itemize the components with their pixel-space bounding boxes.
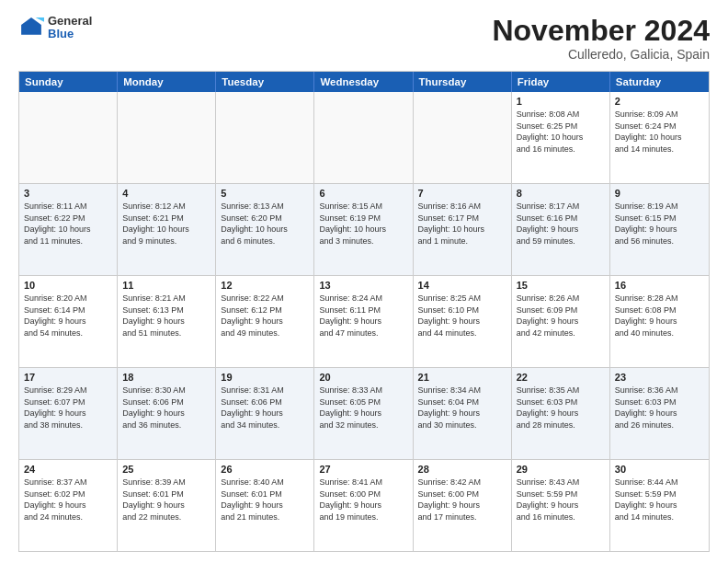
logo-general: General (48, 15, 92, 28)
day-cell-5: 5Sunrise: 8:13 AM Sunset: 6:20 PM Daylig… (216, 184, 314, 275)
day-number: 16 (615, 280, 704, 291)
day-info: Sunrise: 8:13 AM Sunset: 6:20 PM Dayligh… (221, 201, 309, 247)
header: General Blue November 2024 Culleredo, Ga… (18, 15, 710, 62)
logo-blue: Blue (48, 28, 92, 40)
day-cell-27: 27Sunrise: 8:41 AM Sunset: 6:00 PM Dayli… (314, 460, 413, 551)
day-cell-17: 17Sunrise: 8:29 AM Sunset: 6:07 PM Dayli… (19, 368, 118, 459)
day-number: 23 (615, 372, 704, 383)
logo-text: General Blue (48, 15, 92, 41)
day-info: Sunrise: 8:35 AM Sunset: 6:03 PM Dayligh… (517, 385, 605, 431)
day-info: Sunrise: 8:08 AM Sunset: 6:25 PM Dayligh… (517, 109, 605, 155)
calendar-row-3: 17Sunrise: 8:29 AM Sunset: 6:07 PM Dayli… (19, 367, 709, 459)
svg-marker-1 (36, 17, 44, 22)
day-cell-12: 12Sunrise: 8:22 AM Sunset: 6:12 PM Dayli… (216, 276, 314, 367)
day-cell-7: 7Sunrise: 8:16 AM Sunset: 6:17 PM Daylig… (414, 184, 512, 275)
day-cell-10: 10Sunrise: 8:20 AM Sunset: 6:14 PM Dayli… (19, 276, 118, 367)
logo-icon (18, 15, 44, 40)
day-cell-6: 6Sunrise: 8:15 AM Sunset: 6:19 PM Daylig… (314, 184, 413, 275)
day-cell-14: 14Sunrise: 8:25 AM Sunset: 6:10 PM Dayli… (414, 276, 512, 367)
empty-cell (19, 92, 118, 183)
day-info: Sunrise: 8:42 AM Sunset: 6:00 PM Dayligh… (418, 477, 506, 523)
day-info: Sunrise: 8:25 AM Sunset: 6:10 PM Dayligh… (418, 293, 506, 339)
day-cell-18: 18Sunrise: 8:30 AM Sunset: 6:06 PM Dayli… (118, 368, 216, 459)
day-info: Sunrise: 8:34 AM Sunset: 6:04 PM Dayligh… (418, 385, 506, 431)
day-number: 15 (517, 280, 605, 291)
day-cell-21: 21Sunrise: 8:34 AM Sunset: 6:04 PM Dayli… (414, 368, 512, 459)
day-cell-29: 29Sunrise: 8:43 AM Sunset: 5:59 PM Dayli… (512, 460, 610, 551)
day-info: Sunrise: 8:11 AM Sunset: 6:22 PM Dayligh… (24, 201, 112, 247)
day-info: Sunrise: 8:20 AM Sunset: 6:14 PM Dayligh… (24, 293, 112, 339)
day-info: Sunrise: 8:22 AM Sunset: 6:12 PM Dayligh… (221, 293, 309, 339)
day-cell-22: 22Sunrise: 8:35 AM Sunset: 6:03 PM Dayli… (512, 368, 610, 459)
day-info: Sunrise: 8:41 AM Sunset: 6:00 PM Dayligh… (319, 477, 407, 523)
day-number: 7 (418, 188, 506, 199)
day-info: Sunrise: 8:28 AM Sunset: 6:08 PM Dayligh… (615, 293, 704, 339)
calendar-header: SundayMondayTuesdayWednesdayThursdayFrid… (19, 72, 709, 92)
day-number: 1 (517, 96, 605, 107)
day-number: 9 (615, 188, 704, 199)
day-number: 25 (122, 464, 210, 475)
day-info: Sunrise: 8:44 AM Sunset: 5:59 PM Dayligh… (615, 477, 704, 523)
day-cell-23: 23Sunrise: 8:36 AM Sunset: 6:03 PM Dayli… (610, 368, 709, 459)
calendar-row-2: 10Sunrise: 8:20 AM Sunset: 6:14 PM Dayli… (19, 275, 709, 367)
day-number: 3 (24, 188, 112, 199)
day-info: Sunrise: 8:26 AM Sunset: 6:09 PM Dayligh… (517, 293, 605, 339)
day-info: Sunrise: 8:12 AM Sunset: 6:21 PM Dayligh… (122, 201, 210, 247)
day-info: Sunrise: 8:24 AM Sunset: 6:11 PM Dayligh… (319, 293, 407, 339)
day-cell-28: 28Sunrise: 8:42 AM Sunset: 6:00 PM Dayli… (414, 460, 512, 551)
day-number: 8 (517, 188, 605, 199)
day-number: 27 (319, 464, 407, 475)
day-number: 5 (221, 188, 309, 199)
day-cell-20: 20Sunrise: 8:33 AM Sunset: 6:05 PM Dayli… (314, 368, 413, 459)
day-info: Sunrise: 8:15 AM Sunset: 6:19 PM Dayligh… (319, 201, 407, 247)
day-cell-15: 15Sunrise: 8:26 AM Sunset: 6:09 PM Dayli… (512, 276, 610, 367)
day-cell-13: 13Sunrise: 8:24 AM Sunset: 6:11 PM Dayli… (314, 276, 413, 367)
calendar-row-1: 3Sunrise: 8:11 AM Sunset: 6:22 PM Daylig… (19, 183, 709, 275)
day-info: Sunrise: 8:29 AM Sunset: 6:07 PM Dayligh… (24, 385, 112, 431)
day-cell-4: 4Sunrise: 8:12 AM Sunset: 6:21 PM Daylig… (118, 184, 216, 275)
day-info: Sunrise: 8:39 AM Sunset: 6:01 PM Dayligh… (122, 477, 210, 523)
day-info: Sunrise: 8:09 AM Sunset: 6:24 PM Dayligh… (615, 109, 704, 155)
day-info: Sunrise: 8:43 AM Sunset: 5:59 PM Dayligh… (517, 477, 605, 523)
month-title: November 2024 (492, 15, 710, 47)
calendar: SundayMondayTuesdayWednesdayThursdayFrid… (18, 71, 710, 552)
day-number: 6 (319, 188, 407, 199)
cal-header-day-tuesday: Tuesday (216, 72, 314, 92)
day-number: 4 (122, 188, 210, 199)
cal-header-day-monday: Monday (118, 72, 216, 92)
day-cell-25: 25Sunrise: 8:39 AM Sunset: 6:01 PM Dayli… (118, 460, 216, 551)
cal-header-day-thursday: Thursday (414, 72, 512, 92)
day-number: 29 (517, 464, 605, 475)
day-info: Sunrise: 8:17 AM Sunset: 6:16 PM Dayligh… (517, 201, 605, 247)
day-cell-26: 26Sunrise: 8:40 AM Sunset: 6:01 PM Dayli… (216, 460, 314, 551)
calendar-row-4: 24Sunrise: 8:37 AM Sunset: 6:02 PM Dayli… (19, 459, 709, 551)
cal-header-day-wednesday: Wednesday (314, 72, 413, 92)
location: Culleredo, Galicia, Spain (492, 47, 710, 62)
day-info: Sunrise: 8:31 AM Sunset: 6:06 PM Dayligh… (221, 385, 309, 431)
day-info: Sunrise: 8:36 AM Sunset: 6:03 PM Dayligh… (615, 385, 704, 431)
day-number: 17 (24, 372, 112, 383)
day-cell-3: 3Sunrise: 8:11 AM Sunset: 6:22 PM Daylig… (19, 184, 118, 275)
day-number: 2 (615, 96, 704, 107)
day-number: 12 (221, 280, 309, 291)
day-number: 18 (122, 372, 210, 383)
day-cell-1: 1Sunrise: 8:08 AM Sunset: 6:25 PM Daylig… (512, 92, 610, 183)
day-info: Sunrise: 8:16 AM Sunset: 6:17 PM Dayligh… (418, 201, 506, 247)
empty-cell (118, 92, 216, 183)
day-number: 19 (221, 372, 309, 383)
cal-header-day-friday: Friday (512, 72, 610, 92)
day-info: Sunrise: 8:33 AM Sunset: 6:05 PM Dayligh… (319, 385, 407, 431)
day-number: 13 (319, 280, 407, 291)
day-cell-19: 19Sunrise: 8:31 AM Sunset: 6:06 PM Dayli… (216, 368, 314, 459)
day-cell-9: 9Sunrise: 8:19 AM Sunset: 6:15 PM Daylig… (610, 184, 709, 275)
day-cell-30: 30Sunrise: 8:44 AM Sunset: 5:59 PM Dayli… (610, 460, 709, 551)
day-info: Sunrise: 8:40 AM Sunset: 6:01 PM Dayligh… (221, 477, 309, 523)
day-number: 14 (418, 280, 506, 291)
day-number: 30 (615, 464, 704, 475)
calendar-body: 1Sunrise: 8:08 AM Sunset: 6:25 PM Daylig… (19, 92, 709, 551)
logo: General Blue (18, 15, 92, 41)
day-info: Sunrise: 8:30 AM Sunset: 6:06 PM Dayligh… (122, 385, 210, 431)
title-block: November 2024 Culleredo, Galicia, Spain (492, 15, 710, 62)
calendar-row-0: 1Sunrise: 8:08 AM Sunset: 6:25 PM Daylig… (19, 92, 709, 183)
day-info: Sunrise: 8:21 AM Sunset: 6:13 PM Dayligh… (122, 293, 210, 339)
